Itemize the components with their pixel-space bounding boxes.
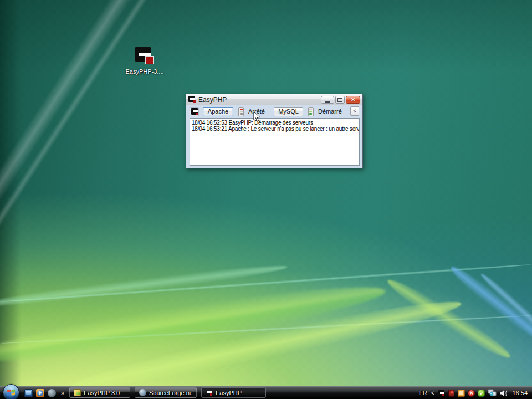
easyphp-menu-button[interactable] — [190, 107, 199, 116]
security-ok-tray-icon[interactable]: ✓ — [478, 390, 485, 397]
windows-logo-icon — [7, 388, 16, 396]
mysql-status-traffic-light-icon — [308, 107, 314, 116]
quick-launch-bar: » — [24, 386, 64, 399]
taskbar: » EasyPHP 3.0 SourceForge.net: Ea... Eas… — [0, 386, 532, 399]
media-player-icon[interactable] — [36, 389, 44, 397]
desktop-icon-label: EasyPHP-3.... — [124, 68, 165, 75]
taskbar-button-label: EasyPHP — [216, 390, 242, 396]
taskbar-button-easyphp-setup[interactable]: EasyPHP 3.0 — [69, 387, 130, 398]
globe-icon — [139, 389, 146, 396]
show-desktop-icon[interactable] — [24, 389, 33, 397]
collapse-window-button[interactable]: < — [350, 106, 359, 116]
taskbar-button-sourceforge[interactable]: SourceForge.net: Ea... — [135, 387, 197, 398]
easyphp-logo-icon — [135, 47, 155, 66]
close-button[interactable]: ✕ — [346, 96, 360, 104]
orange-square-tray-icon[interactable] — [458, 390, 465, 397]
maximize-icon — [337, 98, 342, 102]
window-title: EasyPHP — [198, 96, 227, 104]
minimize-button[interactable] — [321, 96, 334, 104]
taskbar-button-label: SourceForge.net: Ea... — [149, 390, 192, 396]
tray-collapse-chevron[interactable]: < — [431, 390, 436, 396]
minimize-icon — [325, 101, 330, 103]
taskbar-button-label: EasyPHP 3.0 — [84, 390, 120, 396]
mysql-status-label: Démarré — [318, 108, 342, 115]
system-tray: FR < ✕ ✓ 16:54 — [419, 386, 530, 399]
taskbar-buttons: EasyPHP 3.0 SourceForge.net: Ea... EasyP… — [69, 387, 266, 398]
log-line[interactable]: 18/04 16:52:53 EasyPHP: Démarrage des se… — [192, 120, 358, 126]
easyphp-logo-icon — [188, 96, 196, 104]
volume-tray-icon[interactable] — [500, 390, 508, 397]
desktop-icon-easyphp[interactable]: EasyPHP-3.... — [124, 47, 165, 75]
easyphp-tray-icon[interactable] — [438, 390, 445, 397]
browser-globe-icon[interactable] — [48, 389, 56, 397]
server-log-list[interactable]: 18/04 16:52:53 EasyPHP: Démarrage des se… — [190, 118, 360, 166]
clock[interactable]: 16:54 — [512, 390, 528, 396]
start-button[interactable] — [3, 384, 19, 399]
easyphp-window: EasyPHP ✕ Apache Arrêté MySQL Démarré < — [186, 94, 363, 168]
network-tray-icon[interactable] — [488, 389, 497, 397]
desktop[interactable]: EasyPHP-3.... EasyPHP ✕ Apache Arrêté — [0, 0, 532, 399]
log-line[interactable]: 18/04 16:53:21 Apache : Le serveur n'a p… — [192, 126, 358, 132]
easyphp-icon — [206, 389, 213, 396]
taskbar-button-easyphp[interactable]: EasyPHP — [201, 387, 266, 398]
desktop-wallpaper — [0, 0, 532, 399]
error-tray-icon[interactable]: ✕ — [468, 390, 475, 397]
maximize-button[interactable] — [335, 96, 345, 104]
easyphp-setup-icon — [74, 389, 81, 396]
language-indicator[interactable]: FR — [419, 390, 428, 396]
red-status-tray-icon[interactable] — [448, 390, 455, 397]
mouse-cursor — [253, 111, 261, 122]
apache-status-traffic-light-icon — [238, 107, 244, 116]
window-titlebar[interactable]: EasyPHP ✕ — [186, 94, 362, 105]
mysql-button[interactable]: MySQL — [274, 107, 303, 116]
window-toolbar: Apache Arrêté MySQL Démarré < — [186, 105, 362, 117]
apache-button[interactable]: Apache — [203, 107, 233, 116]
quick-launch-overflow-chevron[interactable]: » — [61, 390, 64, 396]
